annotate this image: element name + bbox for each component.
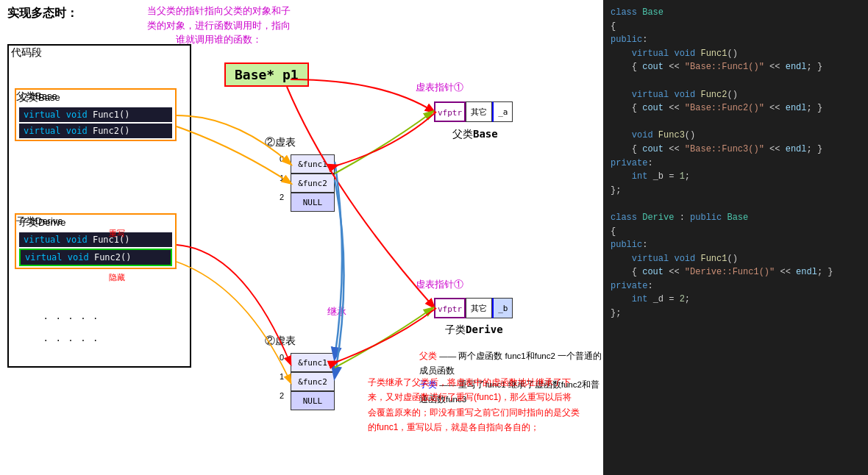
vtable2-idx0: 0	[280, 353, 284, 362]
parent-a-cell: _a	[492, 101, 513, 122]
child-class-obj-label: 子类Derive	[445, 324, 503, 337]
base-p1-label: Base* p1	[224, 63, 309, 87]
child-other-cell: 其它	[466, 298, 492, 318]
override-label: 重写	[109, 228, 125, 239]
parent-func1-line: virtual void Func1()	[19, 107, 172, 122]
child-b-cell: _b	[492, 298, 513, 318]
inherit-label: 继承	[327, 305, 346, 318]
dots2: . . . . .	[44, 331, 100, 344]
vtable1-idx1: 1	[280, 174, 284, 182]
parent-class-obj-label: 父类Base	[452, 128, 498, 141]
child-class-label-abs: 子类Derive	[16, 215, 63, 228]
parent-vfptr-cell: vfptr	[434, 101, 466, 122]
annotation-line2: 类的对象，进行函数调用时，指向	[147, 18, 291, 33]
parent-obj: vfptr 其它 _a	[434, 101, 513, 122]
code-segment-label: 代码段	[11, 46, 42, 60]
explanation-text: 子类继承了父类后，将虚表中的虚函数地址继承了下 来，又对虚函数进行了重写(fun…	[368, 375, 580, 435]
parent-func2-line: virtual void Func2()	[19, 124, 172, 138]
left-panel: 实现多态时： 当父类的指针指向父类的对象和子 类的对象，进行函数调用时，指向 谁…	[0, 0, 603, 475]
vtable1-idx2: 2	[280, 193, 284, 201]
vtable2-idx2: 2	[280, 391, 284, 400]
vtable1-cell1: &func2	[291, 174, 335, 193]
vtable1-idx0: 0	[280, 154, 284, 163]
vtable2-label: ②虚表	[265, 335, 296, 348]
annotation-line1: 当父类的指针指向父类的对象和子	[147, 4, 291, 18]
page-title: 实现多态时：	[7, 6, 78, 21]
dots1: . . . . .	[44, 309, 100, 322]
child-obj: vfptr 其它 _b	[434, 298, 513, 318]
bottom-ann1: 父类 —— 两个虚函数 func1和func2 一个普通的成员函数	[419, 349, 603, 378]
parent-class-label-abs: 父类Base	[16, 90, 57, 103]
vtable2-cell2: NULL	[291, 391, 335, 410]
hide-label: 隐藏	[109, 272, 125, 283]
vptr-label2: 虚表指针①	[416, 278, 463, 291]
vtable2-cell0: &func1	[291, 353, 335, 372]
vptr-label1: 虚表指针①	[416, 81, 463, 94]
vtable1-label: ②虚表	[265, 136, 296, 149]
code-panel: class Base { public: virtual void Func1(…	[603, 0, 868, 475]
child-vfptr-cell: vfptr	[434, 298, 466, 318]
child-func2-line: virtual void Func2()	[19, 249, 172, 266]
vtable2-cell1: &func2	[291, 372, 335, 391]
parent-other-cell: 其它	[466, 101, 492, 122]
vtable2-idx1: 1	[280, 372, 284, 381]
vtable1-cell2: NULL	[291, 193, 335, 212]
vtable1-cell0: &func1	[291, 154, 335, 174]
annotation-text: 当父类的指针指向父类的对象和子 类的对象，进行函数调用时，指向 谁就调用谁的函数…	[147, 4, 291, 47]
child-func1-line: virtual void Func1()	[19, 232, 172, 247]
code-content: class Base { public: virtual void Func1(…	[611, 6, 861, 321]
